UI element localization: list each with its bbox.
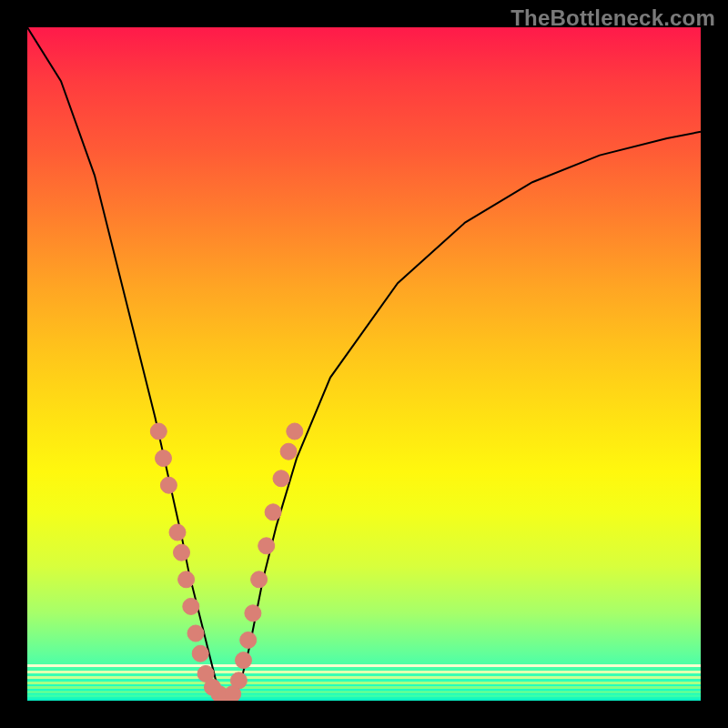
- highlight-marker: [273, 470, 289, 487]
- highlight-marker: [187, 625, 204, 642]
- gradient-band: [27, 699, 701, 701]
- highlight-marker: [280, 443, 297, 460]
- highlight-marker: [169, 524, 186, 541]
- highlight-marker: [160, 477, 177, 493]
- highlight-marker: [192, 645, 208, 662]
- gradient-band: [27, 691, 701, 693]
- highlight-marker: [230, 672, 247, 689]
- bottleneck-curve: [27, 27, 701, 701]
- highlight-marker: [178, 571, 195, 588]
- plot-area: [27, 27, 701, 701]
- curve-svg: [27, 27, 701, 701]
- highlight-marker: [258, 538, 275, 554]
- highlight-marker: [174, 544, 190, 561]
- chart-frame: TheBottleneck.com: [0, 0, 728, 728]
- gradient-band: [27, 682, 701, 684]
- gradient-band: [27, 686, 701, 689]
- green-stripes: [27, 664, 701, 701]
- highlight-marker: [287, 423, 303, 440]
- highlight-marker: [251, 571, 268, 588]
- highlight-marker: [156, 450, 172, 467]
- highlight-marker: [245, 605, 261, 622]
- gradient-band: [27, 676, 701, 679]
- highlight-marker: [183, 598, 199, 614]
- gradient-band: [27, 664, 701, 667]
- highlight-marker: [265, 504, 281, 521]
- gradient-band: [27, 694, 701, 697]
- highlight-marker: [236, 652, 252, 669]
- highlight-marker: [240, 632, 257, 648]
- marker-group: [150, 423, 302, 701]
- highlight-marker: [150, 423, 167, 440]
- gradient-band: [27, 671, 701, 673]
